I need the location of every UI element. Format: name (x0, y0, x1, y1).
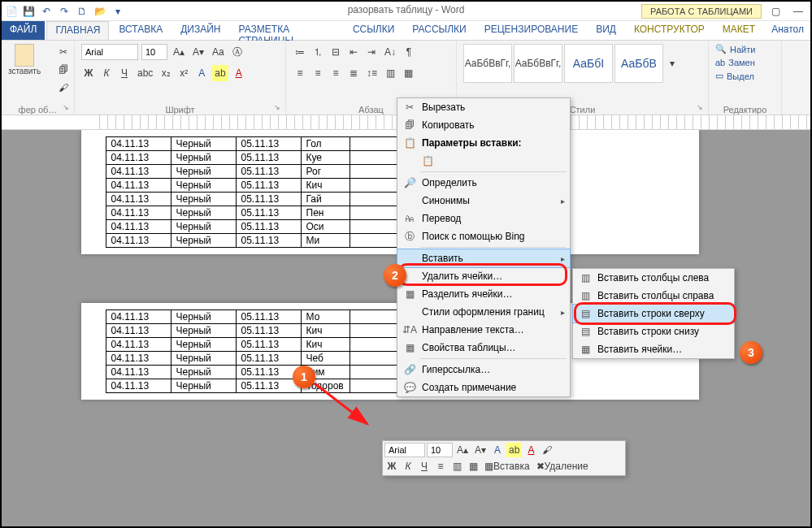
superscript-button[interactable]: x² (176, 65, 191, 81)
table-cell[interactable]: Черный (171, 220, 236, 234)
table-cell[interactable]: Черный (171, 234, 236, 248)
copy-icon[interactable]: 🗐 (56, 62, 71, 78)
table-cell[interactable]: 04.11.13 (106, 165, 171, 179)
table-cell[interactable]: Черный (171, 179, 236, 193)
multilevel-icon[interactable]: ⊟ (328, 44, 343, 60)
ctx-table-properties[interactable]: ▦Свойства таблицы… (397, 339, 570, 357)
table-cell[interactable]: 04.11.13 (106, 206, 171, 220)
ctx-hyperlink[interactable]: 🔗Гиперссылка… (397, 361, 570, 379)
mt-increase-font-icon[interactable]: A▴ (454, 443, 471, 457)
mt-borders-icon[interactable]: ▦ (466, 459, 480, 474)
table-cell[interactable]: 04.11.13 (106, 193, 171, 206)
ctx-new-comment[interactable]: 💬Создать примечание (397, 379, 570, 396)
mt-text-effects-icon[interactable]: A (490, 443, 505, 457)
ctx-border-styles[interactable]: Стили оформления границ▸ (397, 303, 570, 321)
table-cell[interactable]: Черный (171, 310, 236, 324)
mt-shading-icon[interactable]: ▥ (449, 459, 464, 474)
tab-design[interactable]: ДИЗАЙН (172, 21, 228, 40)
styles-more-icon[interactable]: ▾ (665, 44, 680, 83)
minimize-icon[interactable]: — (791, 3, 805, 19)
table-cell[interactable]: Куе (301, 151, 350, 165)
table-cell[interactable]: 04.11.13 (106, 352, 171, 366)
align-right-icon[interactable]: ≡ (328, 65, 343, 81)
table-cell[interactable]: 04.11.13 (106, 137, 171, 151)
account-name[interactable]: Анатол (765, 21, 810, 40)
save-icon[interactable]: 💾 (21, 5, 36, 18)
ctx-synonyms[interactable]: Синонимы▸ (397, 192, 570, 210)
table-cell[interactable]: Черный (171, 352, 236, 366)
table-cell[interactable]: 04.11.13 (106, 366, 171, 379)
table-cell[interactable]: 05.11.13 (236, 206, 301, 220)
change-case-icon[interactable]: Aa (210, 44, 227, 60)
tab-table-design[interactable]: КОНСТРУКТОР (626, 21, 713, 40)
mt-font-size[interactable]: 10 (427, 443, 453, 457)
table-cell[interactable]: 04.11.13 (106, 310, 171, 324)
decrease-indent-icon[interactable]: ⇤ (346, 44, 361, 60)
borders-icon[interactable]: ▦ (401, 65, 415, 81)
mt-format-painter-icon[interactable]: 🖌 (540, 443, 554, 457)
qat-new-icon[interactable]: 🗋 (75, 5, 89, 18)
redo-icon[interactable]: ↷ (57, 5, 72, 18)
clipboard-launcher-icon[interactable]: ↘ (63, 103, 72, 113)
style-emphasis[interactable]: АаБбВвГг, (514, 44, 562, 83)
ctx-copy[interactable]: 🗐Копировать (397, 116, 570, 134)
table-cell[interactable]: Пен (301, 206, 350, 220)
italic-button[interactable]: К (99, 65, 114, 81)
strikethrough-button[interactable]: abc (135, 65, 155, 81)
text-effects-icon[interactable]: A (194, 65, 209, 81)
table-cell[interactable]: Черный (171, 193, 236, 206)
table-cell[interactable]: 05.11.13 (236, 366, 301, 379)
ctx-translate[interactable]: 🗛Перевод (397, 210, 570, 227)
table-cell[interactable]: 05.11.13 (236, 379, 301, 393)
mt-font-name[interactable]: Arial (384, 443, 425, 457)
tab-pagelayout[interactable]: РАЗМЕТКА СТРАНИЦЫ (231, 21, 343, 40)
ctx-text-direction[interactable]: ⇵AНаправление текста… (397, 321, 570, 339)
find-button[interactable]: 🔍Найти (715, 44, 775, 54)
table-cell[interactable]: Рог (301, 165, 350, 179)
font-name-combo[interactable]: Arial (81, 44, 138, 60)
font-color-icon[interactable]: A (232, 65, 246, 81)
table-cell[interactable]: 05.11.13 (236, 193, 301, 206)
cut-icon[interactable]: ✂ (56, 44, 71, 60)
ctx-insert[interactable]: Вставить▸ (397, 249, 571, 268)
tab-home[interactable]: ГЛАВНАЯ (46, 21, 109, 40)
ctx-paste-option-keep[interactable]: 📋 (397, 152, 570, 170)
numbering-icon[interactable]: ⒈ (310, 44, 325, 60)
table-cell[interactable]: Черный (171, 206, 236, 220)
font-size-combo[interactable]: 10 (141, 44, 167, 60)
table-cell[interactable]: 05.11.13 (236, 179, 301, 193)
table-cell[interactable]: 04.11.13 (106, 324, 171, 338)
table-cell[interactable]: Оси (301, 220, 350, 234)
mt-bold-button[interactable]: Ж (384, 459, 399, 474)
styles-gallery[interactable]: АаБбВвГг, АаБбВвГг, АаБбІ АаБбВ ▾ (463, 44, 701, 83)
mt-decrease-font-icon[interactable]: A▾ (472, 443, 489, 457)
shading-icon[interactable]: ▥ (383, 65, 397, 81)
mt-font-color-icon[interactable]: A (523, 443, 538, 457)
bullets-icon[interactable]: ≔ (293, 44, 307, 60)
sub-insert-cells[interactable]: ▦Вставить ячейки… (573, 340, 734, 358)
tab-review[interactable]: РЕЦЕНЗИРОВАНИЕ (476, 21, 586, 40)
table-cell[interactable]: 05.11.13 (236, 310, 301, 324)
subscript-button[interactable]: x₂ (158, 65, 173, 81)
justify-icon[interactable]: ≣ (346, 65, 361, 81)
style-heading1[interactable]: АаБбІ (564, 44, 613, 83)
table-cell[interactable]: 05.11.13 (236, 220, 301, 234)
ribbon-display-options-icon[interactable]: ▢ (768, 3, 783, 19)
table-cell[interactable]: Чеб (301, 352, 350, 366)
table-cell[interactable]: 04.11.13 (106, 234, 171, 248)
styles-launcher-icon[interactable]: ↘ (697, 103, 706, 113)
ctx-delete-cells[interactable]: Удалить ячейки… (397, 267, 570, 285)
show-marks-icon[interactable]: ¶ (402, 44, 416, 60)
table-cell[interactable]: 05.11.13 (236, 234, 301, 248)
table-cell[interactable]: 05.11.13 (236, 151, 301, 165)
mt-align-icon[interactable]: ≡ (433, 459, 448, 474)
undo-icon[interactable]: ↶ (39, 5, 54, 18)
clear-formatting-icon[interactable]: Ⓐ (230, 44, 245, 60)
table-cell[interactable]: 04.11.13 (106, 379, 171, 393)
table-cell[interactable]: 05.11.13 (236, 165, 301, 179)
replace-button[interactable]: abЗамен (715, 58, 775, 67)
table-cell[interactable]: Черный (171, 338, 236, 352)
table-cell[interactable]: Черный (171, 379, 236, 393)
ctx-search-bing[interactable]: ⓑПоиск с помощью Bing (397, 227, 570, 245)
table-cell[interactable]: 05.11.13 (236, 338, 301, 352)
